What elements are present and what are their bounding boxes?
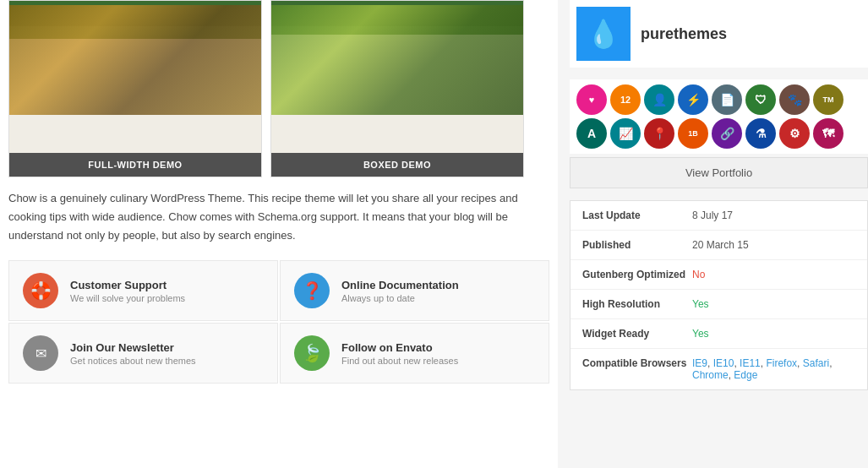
meta-last-update-label: Last Update [582,210,692,221]
meta-compatible-browsers: Compatible Browsers IE9 IE10 IE11 Firefo… [570,349,867,389]
badge-map: 🗺 [813,118,843,149]
badge-gear: ⚙ [779,118,810,149]
online-documentation-icon: ❓ [294,273,330,308]
customer-support-title: Customer Support [70,279,185,291]
badge-person: 👤 [644,84,674,115]
badge-shield: 🛡 [745,84,776,115]
meta-last-update-value: 8 July 17 [692,210,733,221]
view-portfolio-button[interactable]: View Portfolio [570,157,868,188]
newsletter-title: Join Our Newsletter [70,341,196,354]
follow-envato-text: Follow on Envato Find out about new rele… [341,341,458,366]
newsletter-card: ✉ Join Our Newsletter Get notices about … [8,323,278,384]
online-documentation-text: Online Documentation Always up to date [341,279,459,303]
badge-1b: 1B [678,118,708,149]
meta-gutenberg-value: No [692,269,705,280]
meta-high-resolution-label: High Resolution [582,298,692,310]
follow-envato-title: Follow on Envato [341,341,458,354]
badge-tm: TM [813,84,843,115]
browser-ie11[interactable]: IE11 [740,357,766,369]
browser-ie10[interactable]: IE10 [713,357,740,369]
newsletter-text: Join Our Newsletter Get notices about ne… [70,341,196,366]
meta-high-resolution: High Resolution Yes [570,290,867,319]
badge-chart: 📈 [610,118,641,149]
meta-last-update: Last Update 8 July 17 [570,201,867,231]
demo-row: FULL-WIDTH DEMO BOXED DEMO [8,0,549,177]
author-name: purethemes [641,25,727,43]
newsletter-subtitle: Get notices about new themes [70,356,196,366]
badges-row: ♥ 12 👤 ⚡ 📄 🛡 🐾 TM A 📈 📍 1B 🔗 ⚗ ⚙ 🗺 [570,79,868,154]
right-column: 💧 purethemes ♥ 12 👤 ⚡ 📄 🛡 🐾 TM A 📈 📍 1B … [558,0,868,468]
customer-support-icon: 🛟 [23,273,58,308]
meta-published-value: 20 March 15 [692,239,749,251]
meta-compatible-browsers-label: Compatible Browsers [582,357,692,369]
badge-paw: 🐾 [779,84,810,115]
info-cards-grid: 🛟 Customer Support We will solve your pr… [8,260,549,384]
newsletter-icon: ✉ [23,335,58,371]
badge-chain: 🔗 [712,118,742,149]
badge-a: A [576,118,607,149]
badge-flask: ⚗ [745,118,776,149]
online-documentation-subtitle: Always up to date [341,293,459,303]
boxed-demo-card[interactable]: BOXED DEMO [270,0,524,177]
browser-safari[interactable]: Safari [803,357,833,369]
badge-heart: ♥ [576,84,607,115]
meta-widget-ready-label: Widget Ready [582,328,692,340]
page-layout: FULL-WIDTH DEMO BOXED DEMO Chow is a gen… [0,0,868,468]
full-width-demo-card[interactable]: FULL-WIDTH DEMO [8,0,262,177]
online-documentation-title: Online Documentation [341,279,459,291]
follow-envato-card: 🍃 Follow on Envato Find out about new re… [280,323,549,384]
meta-widget-ready: Widget Ready Yes [570,319,867,349]
badge-12: 12 [610,84,641,115]
meta-gutenberg-label: Gutenberg Optimized [582,269,692,280]
left-column: FULL-WIDTH DEMO BOXED DEMO Chow is a gen… [0,0,558,468]
customer-support-card: 🛟 Customer Support We will solve your pr… [8,260,278,321]
meta-box: Last Update 8 July 17 Published 20 March… [570,200,868,390]
meta-gutenberg: Gutenberg Optimized No [570,260,867,290]
customer-support-text: Customer Support We will solve your prob… [70,279,185,303]
meta-published-label: Published [582,239,692,251]
author-box: 💧 purethemes [570,0,868,68]
browser-chrome[interactable]: Chrome [692,369,734,381]
badge-doc: 📄 [712,84,742,115]
meta-widget-ready-value: Yes [692,328,709,340]
full-width-demo-label: FULL-WIDTH DEMO [9,153,261,177]
badge-pin: 📍 [644,118,674,149]
meta-high-resolution-value: Yes [692,298,709,310]
meta-published: Published 20 March 15 [570,231,867,260]
browser-firefox[interactable]: Firefox [766,357,802,369]
theme-description: Chow is a genuinely culinary WordPress T… [8,189,549,245]
follow-envato-subtitle: Find out about new releases [341,356,458,366]
boxed-demo-label: BOXED DEMO [271,153,523,177]
online-documentation-card: ❓ Online Documentation Always up to date [280,260,549,321]
follow-envato-icon: 🍃 [294,335,330,371]
customer-support-subtitle: We will solve your problems [70,293,185,303]
badge-lightning: ⚡ [678,84,708,115]
author-avatar: 💧 [576,7,631,61]
browser-ie9[interactable]: IE9 [692,357,713,369]
meta-compatible-browsers-value: IE9 IE10 IE11 Firefox Safari Chrome Edge [692,357,855,381]
browser-edge[interactable]: Edge [734,369,757,381]
